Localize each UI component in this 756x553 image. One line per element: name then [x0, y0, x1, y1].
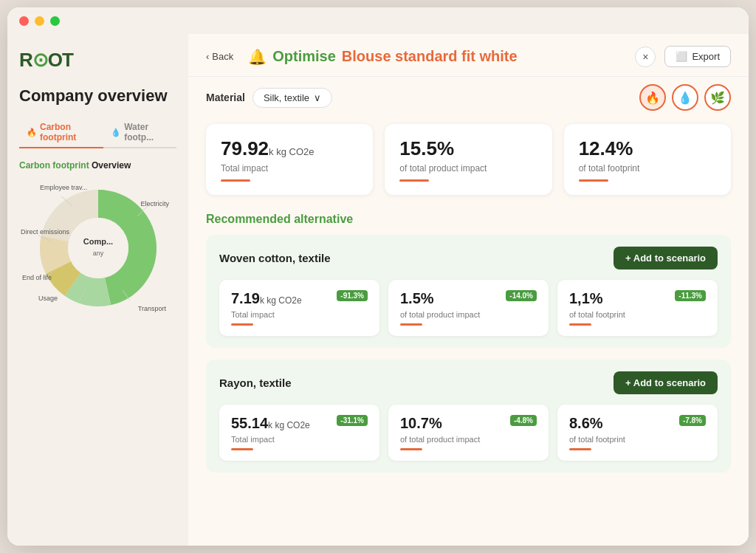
- alt-underline-1-2: [569, 448, 591, 450]
- chart-label-electricity: Electricity: [140, 200, 169, 207]
- alt-stats-row-1: 55.14k kg CO2e -31.1% Total impact 10.7%: [219, 405, 718, 461]
- alt-stat-card-0-1: 1.5% -14.0% of total product impact: [388, 280, 549, 336]
- badge-0-1: -14.0%: [506, 290, 537, 301]
- add-scenario-btn-0[interactable]: + Add to scenario: [614, 247, 718, 269]
- alt-stat-value-1-1: 10.7%: [400, 415, 442, 432]
- alt-card-header-1: Rayon, textile + Add to scenario: [219, 371, 718, 394]
- chart-label-employee: Employee trav...: [40, 184, 87, 191]
- current-stats-row: 79.92k kg CO2e Total impact 15.5% of tot…: [206, 124, 731, 195]
- chart-label-direct: Direct emissions: [21, 228, 69, 236]
- stat-card-footprint: 12.4% of total footprint: [564, 124, 731, 195]
- tab-carbon-footprint[interactable]: 🔥 Carbon footprint: [19, 117, 103, 148]
- water-icon: 💧: [111, 128, 121, 137]
- back-button[interactable]: ‹ Back: [206, 51, 233, 62]
- recommended-section-title: Recommended alternative: [206, 213, 731, 226]
- stat-underline-2: [399, 179, 429, 182]
- back-arrow-icon: ‹: [206, 51, 209, 62]
- stat-label-pct2: of total footprint: [579, 163, 716, 174]
- stat-value-pct2: 12.4%: [579, 137, 716, 160]
- alt-stat-value-1-2: 8.6%: [569, 415, 603, 432]
- carbon-filter-btn[interactable]: 🔥: [639, 84, 666, 111]
- svg-text:any: any: [92, 250, 103, 257]
- badge-1-0: -31.1%: [337, 415, 368, 426]
- app-logo: R⊙OT: [19, 49, 176, 72]
- modal-header: ‹ Back 🔔 Optimise Blouse standard fit wh…: [188, 34, 749, 77]
- water-filter-btn[interactable]: 💧: [672, 84, 698, 111]
- alt-underline-1-1: [400, 448, 422, 450]
- alt-title-0: Woven cotton, textile: [219, 252, 331, 264]
- alt-card-header-0: Woven cotton, textile + Add to scenario: [219, 247, 718, 269]
- alt-stat-card-1-2: 8.6% -7.8% of total footprint: [557, 405, 718, 461]
- alt-label-1-1: of total product impact: [400, 435, 537, 444]
- eco-filter-btn[interactable]: 🌿: [704, 84, 731, 111]
- stat-label-total: Total impact: [221, 163, 358, 174]
- alt-label-1-2: of total footprint: [569, 435, 706, 444]
- app-window: R⊙OT Company overview 🔥 Carbon footprint…: [7, 7, 749, 546]
- alt-label-1-0: Total impact: [231, 435, 368, 444]
- donut-chart: Comp... any Employee trav... Electricity…: [19, 178, 176, 318]
- alt-stat-value-0-2: 1,1%: [569, 290, 603, 307]
- material-dropdown[interactable]: Silk, textile ∨: [252, 88, 332, 108]
- alt-label-0-1: of total product impact: [400, 310, 537, 319]
- badge-1-2: -7.8%: [679, 415, 706, 426]
- alternative-card-0: Woven cotton, textile + Add to scenario …: [206, 235, 731, 348]
- maximize-btn[interactable]: [50, 16, 60, 26]
- badge-0-2: -11.3%: [675, 290, 706, 301]
- stat-underline-3: [579, 179, 608, 182]
- alt-stat-card-0-2: 1,1% -11.3% of total footprint: [557, 280, 718, 336]
- chart-label-endoflife: End of life: [22, 274, 52, 281]
- stat-value-pct1: 15.5%: [399, 137, 537, 160]
- export-icon: ⬜: [676, 51, 687, 62]
- alt-stat-value-0-0: 7.19k kg CO2e: [231, 290, 302, 307]
- alt-stats-row-0: 7.19k kg CO2e -91.3% Total impact 1.5%: [219, 280, 718, 336]
- stat-card-total-impact: 79.92k kg CO2e Total impact: [206, 124, 373, 195]
- app-body: R⊙OT Company overview 🔥 Carbon footprint…: [7, 34, 749, 546]
- badge-1-1: -4.8%: [510, 415, 537, 426]
- alt-stat-card-1-0: 55.14k kg CO2e -31.1% Total impact: [219, 405, 379, 461]
- tab-water-footprint[interactable]: 💧 Water footp...: [103, 117, 176, 148]
- alt-title-1: Rayon, textile: [219, 377, 292, 389]
- alt-label-0-2: of total footprint: [569, 310, 706, 319]
- stat-card-product-impact: 15.5% of total product impact: [385, 124, 551, 195]
- badge-0-0: -91.3%: [337, 290, 368, 301]
- alt-label-0-0: Total impact: [231, 310, 368, 319]
- alt-underline-0-1: [400, 323, 422, 326]
- material-row: Material Silk, textile ∨ 🔥 💧 🌿: [188, 77, 749, 118]
- chevron-down-icon: ∨: [314, 92, 321, 103]
- icon-buttons: 🔥 💧 🌿: [639, 84, 731, 111]
- stat-value-total: 79.92k kg CO2e: [221, 137, 358, 160]
- alt-stat-card-0-0: 7.19k kg CO2e -91.3% Total impact: [219, 280, 379, 336]
- chart-label-transport: Transport: [138, 305, 166, 312]
- minimize-btn[interactable]: [35, 16, 44, 26]
- alt-underline-0-0: [231, 323, 253, 326]
- alt-stat-value-0-1: 1.5%: [400, 290, 434, 307]
- alt-stat-card-1-1: 10.7% -4.8% of total product impact: [388, 405, 549, 461]
- titlebar: [7, 7, 749, 34]
- export-button[interactable]: ⬜ Export: [664, 46, 731, 67]
- svg-text:Comp...: Comp...: [83, 237, 112, 246]
- sidebar: R⊙OT Company overview 🔥 Carbon footprint…: [7, 34, 188, 546]
- modal-close-button[interactable]: ×: [635, 47, 656, 67]
- close-btn[interactable]: [19, 16, 29, 26]
- stat-label-pct1: of total product impact: [399, 163, 537, 174]
- carbon-icon: 🔥: [27, 128, 37, 137]
- sidebar-tabs: 🔥 Carbon footprint 💧 Water footp...: [19, 117, 176, 148]
- company-overview-title: Company overview: [19, 86, 176, 106]
- stat-underline-1: [221, 179, 250, 182]
- alt-underline-0-2: [569, 323, 591, 326]
- sidebar-section-label: Carbon footprint Overview: [19, 160, 176, 171]
- alternative-card-1: Rayon, textile + Add to scenario 55.14k …: [206, 360, 731, 473]
- material-label: Material: [206, 92, 245, 103]
- svg-point-5: [68, 218, 128, 278]
- modal-title: 🔔 Optimise Blouse standard fit white: [248, 48, 517, 66]
- add-scenario-btn-1[interactable]: + Add to scenario: [614, 371, 718, 394]
- content-scroll[interactable]: 79.92k kg CO2e Total impact 15.5% of tot…: [188, 118, 749, 546]
- alt-stat-value-1-0: 55.14k kg CO2e: [231, 415, 310, 432]
- alt-underline-1-0: [231, 448, 253, 450]
- header-right: × ⬜ Export: [635, 46, 731, 67]
- chart-label-usage: Usage: [38, 295, 58, 302]
- main-panel: ‹ Back 🔔 Optimise Blouse standard fit wh…: [188, 34, 749, 546]
- bell-icon: 🔔: [248, 48, 267, 66]
